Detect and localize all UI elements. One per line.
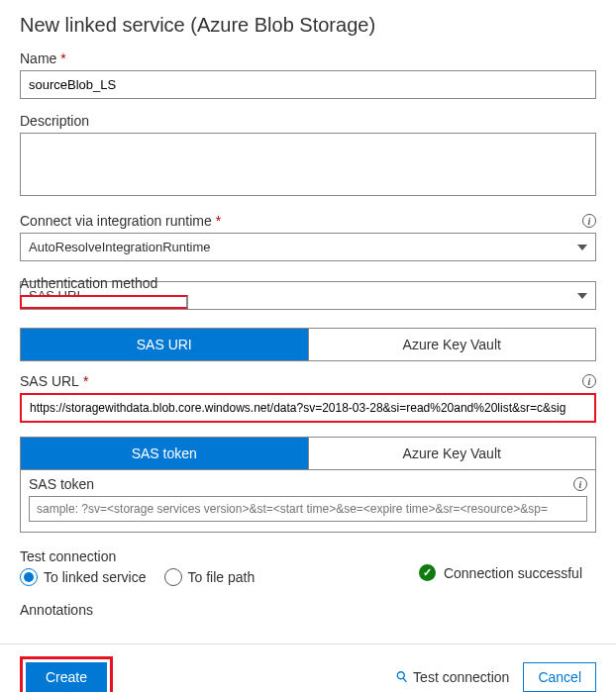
required-star-icon: *	[60, 50, 65, 66]
runtime-label: Connect via integration runtime	[20, 213, 212, 229]
tab-key-vault-1[interactable]: Azure Key Vault	[308, 329, 596, 360]
runtime-value: AutoResolveIntegrationRuntime	[29, 240, 211, 254]
chevron-down-icon	[577, 245, 587, 250]
name-label: Name	[20, 50, 56, 66]
auth-select[interactable]	[20, 295, 188, 309]
radio-file-path[interactable]: To file path	[164, 568, 256, 586]
name-input[interactable]	[20, 70, 596, 99]
connection-success-message: ✓ Connection successful	[419, 564, 582, 581]
check-icon: ✓	[419, 564, 436, 581]
plug-icon: ⚲	[392, 667, 412, 688]
annotations-label: Annotations	[20, 602, 93, 618]
radio-selected-icon	[20, 568, 38, 586]
required-star-icon: *	[216, 213, 221, 229]
success-text: Connection successful	[444, 565, 582, 581]
info-icon[interactable]: i	[573, 477, 587, 491]
test-connection-label: Test connection	[413, 669, 509, 685]
required-star-icon: *	[83, 373, 88, 389]
sasurl-input[interactable]	[20, 393, 596, 423]
runtime-select[interactable]: AutoResolveIntegrationRuntime	[20, 233, 596, 261]
radio-unselected-icon	[164, 568, 182, 586]
test-connection-link[interactable]: ⚲ Test connection	[396, 668, 509, 686]
cancel-button[interactable]: Cancel	[523, 662, 596, 692]
testconn-label: Test connection	[20, 548, 116, 564]
radio-linked-label: To linked service	[44, 569, 147, 585]
tab-sas-token[interactable]: SAS token	[21, 438, 308, 469]
tab-sas-uri[interactable]: SAS URI	[21, 329, 308, 360]
sasurl-label: SAS URL	[20, 373, 79, 389]
sas-tabs: SAS URI Azure Key Vault	[20, 328, 596, 361]
create-button[interactable]: Create	[26, 662, 107, 692]
page-title: New linked service (Azure Blob Storage)	[20, 14, 596, 37]
tab-key-vault-2[interactable]: Azure Key Vault	[308, 438, 596, 469]
token-label: SAS token	[29, 476, 94, 492]
description-label: Description	[20, 113, 89, 129]
description-input[interactable]	[20, 133, 596, 196]
info-icon[interactable]: i	[582, 214, 596, 228]
token-input[interactable]	[29, 496, 587, 522]
radio-filepath-label: To file path	[188, 569, 256, 585]
chevron-down-icon	[577, 293, 587, 299]
info-icon[interactable]: i	[582, 374, 596, 388]
radio-linked-service[interactable]: To linked service	[20, 568, 147, 586]
token-tabs: SAS token Azure Key Vault	[20, 437, 596, 470]
